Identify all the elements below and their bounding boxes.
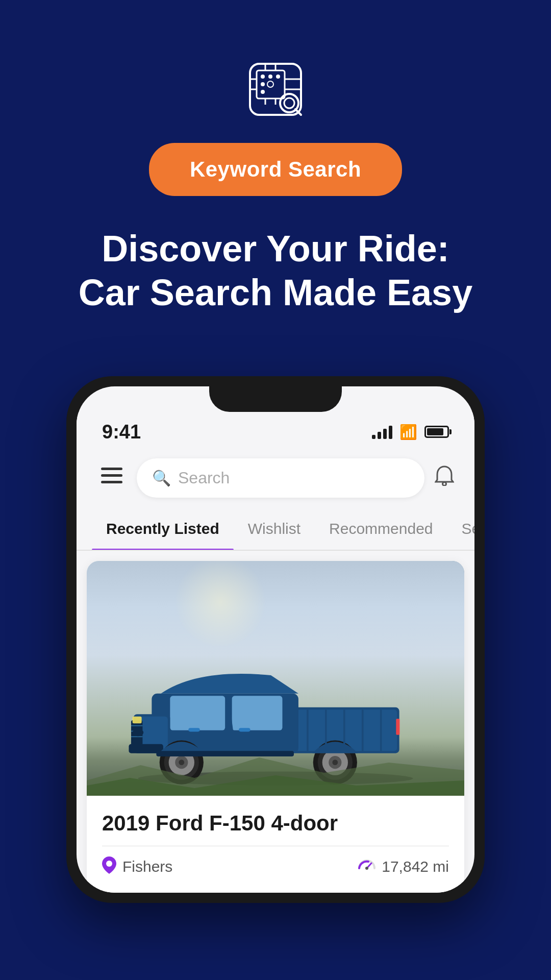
svg-point-22 (443, 482, 446, 485)
status-bar: 9:41 📶 (77, 412, 474, 448)
svg-point-61 (365, 867, 368, 870)
svg-rect-53 (239, 728, 250, 731)
location-info: Fishers (102, 856, 172, 877)
svg-point-18 (261, 90, 265, 94)
tab-sedans[interactable]: Sedans (447, 508, 474, 550)
svg-rect-52 (188, 728, 199, 731)
mileage-text: 17,842 mi (382, 858, 449, 875)
svg-point-37 (133, 729, 144, 736)
car-info: 2019 Ford F-150 4-door Fishers (87, 796, 464, 893)
car-divider (102, 846, 449, 846)
top-section: Keyword Search Discover Your Ride: Car S… (0, 0, 551, 346)
app-header: 🔍 Search (77, 448, 474, 508)
location-text: Fishers (122, 858, 172, 875)
phone-screen: 9:41 📶 (77, 386, 474, 893)
phone-notch (209, 386, 342, 412)
search-icon: 🔍 (152, 469, 171, 487)
svg-point-15 (276, 75, 280, 79)
status-icons: 📶 (372, 424, 449, 440)
car-details: Fishers 17,842 mi (102, 856, 449, 883)
car-image (87, 561, 464, 796)
notification-bell-icon[interactable] (435, 465, 454, 491)
svg-point-11 (284, 98, 294, 108)
svg-point-13 (261, 75, 265, 79)
mountain-silhouette (87, 755, 464, 796)
tab-recommended[interactable]: Recommended (315, 508, 447, 550)
tab-wishlist[interactable]: Wishlist (234, 508, 315, 550)
mileage-info: 17,842 mi (358, 858, 449, 876)
menu-icon[interactable] (97, 463, 127, 493)
status-time: 9:41 (102, 421, 141, 443)
svg-rect-38 (133, 717, 142, 723)
car-title: 2019 Ford F-150 4-door (102, 811, 449, 836)
svg-point-23 (174, 561, 266, 648)
svg-rect-29 (232, 696, 283, 730)
svg-rect-21 (101, 481, 122, 483)
svg-rect-20 (101, 474, 122, 477)
tab-recently-listed[interactable]: Recently Listed (92, 508, 234, 550)
search-placeholder-text: Search (178, 469, 230, 487)
svg-rect-28 (170, 696, 225, 730)
speedometer-icon (358, 858, 375, 876)
phone-mockup: 9:41 📶 (66, 376, 485, 903)
svg-point-17 (267, 81, 273, 87)
location-pin-icon (102, 856, 116, 877)
keyword-search-button[interactable]: Keyword Search (149, 143, 402, 196)
svg-point-59 (106, 861, 112, 867)
battery-icon (424, 426, 449, 438)
svg-rect-19 (101, 468, 122, 470)
phone-frame: 9:41 📶 (66, 376, 485, 903)
svg-rect-51 (396, 719, 399, 734)
car-listing-card[interactable]: 2019 Ford F-150 4-door Fishers (87, 561, 464, 893)
search-bar[interactable]: 🔍 Search (137, 458, 424, 498)
app-icon (247, 61, 304, 117)
svg-point-16 (261, 82, 265, 86)
wifi-icon: 📶 (399, 424, 417, 440)
svg-point-14 (268, 75, 272, 79)
headline: Discover Your Ride: Car Search Made Easy (48, 227, 503, 315)
signal-icon (372, 425, 392, 439)
tabs-container: Recently Listed Wishlist Recommended Sed… (77, 508, 474, 551)
